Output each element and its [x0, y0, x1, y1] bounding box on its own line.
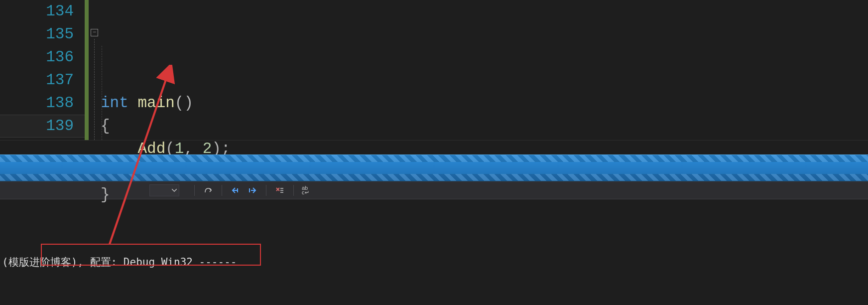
- line-number: 137: [0, 69, 74, 92]
- code-content[interactable]: int main(){ Add(1, 2); func(1, 2);}: [99, 0, 868, 140]
- line-number: 135: [0, 23, 74, 46]
- fold-toggle-icon[interactable]: −: [91, 29, 98, 36]
- line-number: 139: [0, 115, 74, 138]
- code-line[interactable]: }: [99, 183, 868, 206]
- line-number: 134: [0, 0, 74, 23]
- fold-column[interactable]: −: [85, 0, 99, 140]
- output-panel[interactable]: (模版进阶博客), 配置: Debug Win32 ------ LNK2019…: [0, 199, 868, 304]
- code-line[interactable]: int main(): [99, 92, 868, 115]
- code-line[interactable]: [99, 69, 868, 92]
- panel-divider[interactable]: [0, 154, 868, 181]
- line-number: 138: [0, 92, 74, 115]
- code-editor[interactable]: 134135136137138139 − int main(){ Add(1, …: [0, 0, 868, 141]
- line-number-gutter: 134135136137138139: [0, 0, 85, 140]
- output-line: (模版进阶博客), 配置: Debug Win32 ------: [2, 252, 866, 272]
- code-line[interactable]: {: [99, 115, 868, 138]
- line-number: 136: [0, 46, 74, 69]
